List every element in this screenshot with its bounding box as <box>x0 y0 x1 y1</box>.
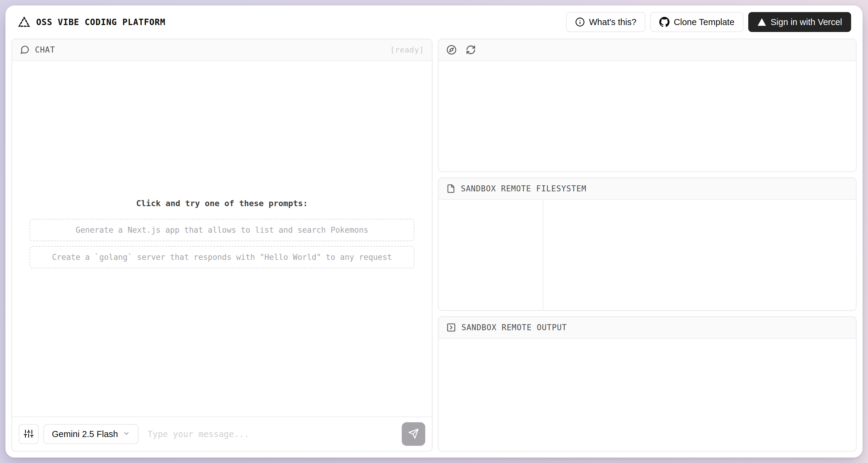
suggested-prompt-golang[interactable]: Create a `golang` server that responds w… <box>30 246 414 268</box>
whats-this-button[interactable]: What's this? <box>566 12 645 32</box>
send-paper-plane-icon <box>408 428 419 440</box>
terminal-icon <box>446 323 456 332</box>
preview-panel <box>438 39 857 172</box>
refresh-preview-button[interactable] <box>466 45 476 55</box>
output-panel: SANDBOX REMOTE OUTPUT <box>438 316 857 452</box>
vercel-triangle-icon <box>757 18 766 26</box>
preview-panel-header <box>438 39 856 61</box>
chevron-down-icon <box>123 429 130 439</box>
sandbox-column: SANDBOX REMOTE FILESYSTEM SANDBOX REMOTE… <box>438 39 857 452</box>
refresh-icon <box>466 45 476 55</box>
vercel-dashed-triangle-logo-icon <box>18 17 30 27</box>
chat-panel: CHAT [ready] Click and try one of these … <box>11 39 433 452</box>
main-content: CHAT [ready] Click and try one of these … <box>5 39 863 458</box>
output-panel-title: SANDBOX REMOTE OUTPUT <box>461 323 567 332</box>
chat-composer: Gemini 2.5 Flash <box>12 416 432 451</box>
message-input[interactable] <box>143 424 397 444</box>
info-icon <box>575 17 585 27</box>
sign-in-label: Sign in with Vercel <box>771 17 842 27</box>
model-select-dropdown[interactable]: Gemini 2.5 Flash <box>43 424 138 444</box>
send-message-button[interactable] <box>402 422 425 446</box>
file-icon <box>446 184 456 194</box>
github-icon <box>659 17 670 27</box>
filesystem-tree-pane[interactable] <box>438 200 544 310</box>
app-header: OSS VIBE CODING PLATFORM What's this? Cl… <box>5 5 863 39</box>
brand: OSS VIBE CODING PLATFORM <box>18 17 165 27</box>
clone-template-label: Clone Template <box>674 17 734 27</box>
filesystem-panel-body <box>438 200 856 310</box>
model-select-value: Gemini 2.5 Flash <box>52 429 118 439</box>
filesystem-panel: SANDBOX REMOTE FILESYSTEM <box>438 177 857 311</box>
filesystem-file-viewer-pane <box>544 200 856 310</box>
filesystem-panel-title: SANDBOX REMOTE FILESYSTEM <box>461 184 586 193</box>
model-settings-button[interactable] <box>19 424 39 444</box>
output-panel-body <box>438 339 856 451</box>
app-title: OSS VIBE CODING PLATFORM <box>36 17 165 27</box>
suggested-prompt-pokemon[interactable]: Generate a Next.js app that allows to li… <box>30 219 414 241</box>
whats-this-label: What's this? <box>589 17 637 27</box>
output-panel-header: SANDBOX REMOTE OUTPUT <box>438 317 856 339</box>
filesystem-panel-header: SANDBOX REMOTE FILESYSTEM <box>438 178 856 200</box>
clone-template-button[interactable]: Clone Template <box>650 12 743 32</box>
sliders-icon <box>24 429 33 439</box>
chat-empty-state: Click and try one of these prompts: Gene… <box>12 50 432 416</box>
prompts-heading: Click and try one of these prompts: <box>136 199 308 208</box>
header-actions: What's this? Clone Template Sign in with… <box>566 12 851 32</box>
compass-icon <box>446 45 457 55</box>
app-window: OSS VIBE CODING PLATFORM What's this? Cl… <box>5 5 863 458</box>
preview-panel-body <box>438 61 856 171</box>
open-preview-button[interactable] <box>446 45 457 55</box>
sign-in-with-vercel-button[interactable]: Sign in with Vercel <box>748 12 851 32</box>
